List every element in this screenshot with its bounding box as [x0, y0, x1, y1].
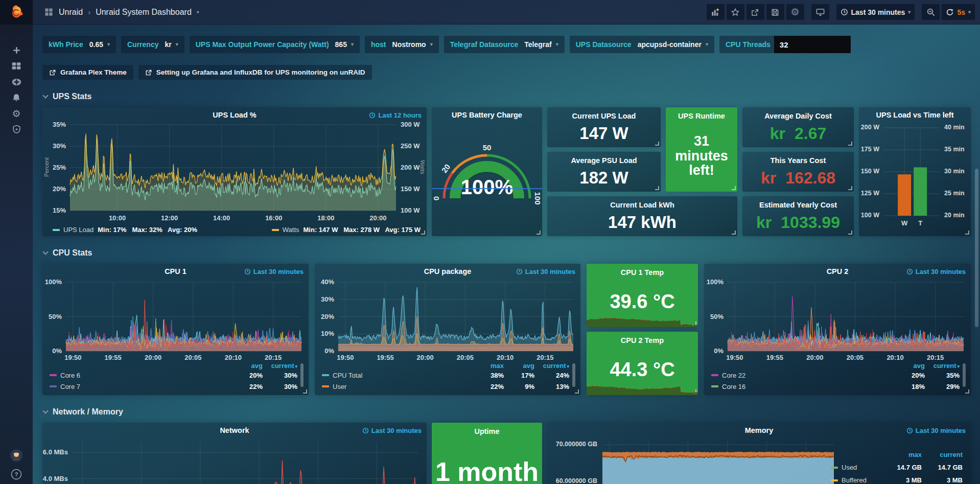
caret-down-icon[interactable]: ▾ [197, 10, 199, 15]
variable-value-dropdown[interactable]: Telegraf▾ [522, 40, 564, 49]
caret-down-icon: ▾ [968, 10, 971, 15]
breadcrumb-root[interactable]: Unraid [59, 8, 83, 17]
panel-title[interactable]: CPU 2 Temp [621, 336, 664, 344]
panel-title[interactable]: This Years Cost [771, 156, 826, 165]
user-avatar[interactable] [10, 448, 23, 463]
variable-value-dropdown[interactable]: Nostromo▾ [390, 40, 439, 49]
legend-scrollbar[interactable] [300, 363, 304, 387]
sidebar-item-alerting[interactable] [10, 93, 23, 103]
variable-label: UPS Max Output Power Capacity (Watt) [190, 40, 333, 49]
legend-series-name[interactable]: Watts [283, 226, 299, 234]
legend-series-name[interactable]: CPU Total [333, 372, 362, 379]
panel-title[interactable]: Average Daily Cost [764, 112, 832, 120]
axis-tick-label: 20:00 [138, 354, 169, 361]
panel-memory: Memory Last 30 minutes 70.000000 GB60.00… [547, 423, 971, 484]
axis-tick-label: 300 W [401, 121, 420, 128]
cycle-view-mode-button[interactable] [811, 4, 829, 20]
legend-column-header[interactable]: avg [504, 362, 534, 370]
battery-gauge[interactable]: 02050100100% [432, 122, 542, 236]
legend-scrollbar[interactable] [572, 363, 575, 387]
zoom-out-button[interactable] [922, 4, 940, 20]
variable-value-dropdown[interactable]: apcupsd-container▾ [635, 40, 714, 49]
legend-series-name[interactable]: Core 16 [722, 383, 745, 390]
cpu-threads-input[interactable] [774, 36, 851, 53]
legend-series-name[interactable]: Core 22 [722, 372, 745, 379]
apps-grid-icon [44, 7, 54, 17]
network-chart[interactable]: 6.0 MBs4.0 MBs2.0 MBs [42, 437, 427, 484]
legend-swatch [322, 374, 329, 376]
ups-load-vs-time-chart[interactable]: 200 W175 W150 W125 W100 W40 min35 min30 … [859, 122, 971, 233]
cpu1-chart[interactable]: 100%50%0%19:5019:5520:0020:0520:1020:15 [42, 278, 309, 362]
legend-series-name[interactable]: Buffered [842, 476, 867, 484]
chart-svg [42, 278, 309, 362]
variable-cpu-threads: CPU Threads [719, 36, 851, 53]
ups-load-chart[interactable]: 35%30%25%20%15%300 W250 W200 W150 W100 W… [42, 122, 427, 224]
legend-series-name[interactable]: Core 6 [60, 372, 80, 379]
legend-series-name[interactable]: Core 7 [60, 383, 80, 390]
sidebar-item-create[interactable] [10, 45, 23, 55]
legend-series-name[interactable]: Used [842, 464, 857, 471]
variable-value-dropdown[interactable]: 865▾ [333, 40, 360, 49]
caret-down-icon: ▾ [351, 42, 354, 47]
panel-average-daily-cost: Average Daily Cost kr2.67 [742, 107, 854, 147]
panel-title[interactable]: UPS Load vs Time left [859, 111, 971, 119]
legend-column-header[interactable]: avg [231, 362, 263, 370]
legend-scrollbar[interactable] [963, 363, 966, 387]
variable-value-dropdown[interactable]: kr▾ [162, 40, 184, 49]
legend-item[interactable]: UPS LoadMin: 17% Max: 32% Avg: 20% [53, 226, 197, 234]
help-button[interactable]: ? [10, 468, 23, 481]
panel-title[interactable]: CPU 1 Temp [621, 268, 664, 276]
legend-column-header[interactable]: max [880, 451, 922, 458]
breadcrumb-current[interactable]: Unraid System Dashboard [96, 8, 192, 17]
legend-column-header[interactable]: max [471, 362, 504, 370]
panel-title[interactable]: Average PSU Load [571, 156, 637, 165]
panel-time-badge: Last 30 minutes [362, 427, 422, 434]
axis-tick-label: 30 min [944, 168, 965, 175]
legend-series-name[interactable]: User [333, 383, 346, 390]
stat-value: 147 W [547, 120, 661, 147]
cpu2-chart[interactable]: 100%50%0%19:5019:5520:0020:0520:1020:15 [704, 278, 971, 362]
panel-title[interactable]: Current UPS Load [572, 112, 636, 120]
refresh-icon [946, 8, 954, 16]
share-dashboard-button[interactable] [746, 4, 764, 20]
panel-title[interactable]: UPS Runtime [678, 112, 725, 120]
axis-tick-label: 19:50 [58, 354, 88, 361]
sidebar-item-explore[interactable] [10, 77, 23, 87]
panel-title[interactable]: Estimated Yearly Cost [759, 201, 837, 209]
time-range-picker[interactable]: Last 30 minutes ▾ [836, 4, 915, 20]
dashboard-settings-button[interactable]: ⚙ [786, 4, 804, 20]
dashboard-link[interactable]: Grafana Plex Theme [42, 65, 133, 80]
add-panel-button[interactable] [707, 4, 725, 20]
variable-label: kWh Price [42, 40, 87, 49]
page-scrollbar[interactable] [975, 169, 978, 327]
section-header-network-memory[interactable]: Network / Memory [43, 406, 971, 418]
section-header-ups-stats[interactable]: UPS Stats [43, 91, 971, 102]
legend-column-header[interactable]: current [922, 451, 963, 458]
variable-value-dropdown[interactable]: 0.65▾ [87, 40, 116, 49]
sidebar-item-dashboards[interactable] [10, 61, 23, 71]
panel-title[interactable]: Uptime [474, 427, 499, 435]
panel-title[interactable]: Current Load kWh [610, 201, 674, 209]
legend-column-header[interactable]: current▾ [263, 362, 297, 370]
stat-value: 182 W [547, 165, 661, 192]
section-header-cpu-stats[interactable]: CPU Stats [43, 247, 971, 259]
legend-item[interactable]: WattsMin: 147 W Max: 278 W Avg: 175 W [272, 226, 421, 234]
panel-title[interactable]: UPS Battery Charge [432, 111, 542, 119]
cpu-package-chart[interactable]: 40%30%20%10%0%19:5019:5520:0020:0520:102… [315, 278, 580, 362]
sidebar-item-server-admin[interactable] [10, 124, 23, 134]
sidebar-item-configuration[interactable]: ⚙ [10, 108, 23, 119]
sidebar-bottom: ? [0, 448, 33, 481]
star-dashboard-button[interactable] [727, 4, 744, 20]
legend-column-header[interactable]: current▾ [534, 362, 569, 370]
legend-column-header[interactable]: current▾ [925, 362, 960, 370]
legend-column-header[interactable]: avg [893, 362, 925, 370]
dashboard-link[interactable]: Setting up Grafana and InfluxDB for UPS … [138, 65, 372, 80]
legend-series-name[interactable]: UPS Load [63, 226, 94, 234]
grafana-logo[interactable] [0, 0, 33, 25]
panel-uptime: Uptime 1 month 1 [432, 423, 542, 484]
refresh-button[interactable]: 5s ▾ [942, 4, 975, 20]
caret-down-icon: ▾ [107, 42, 110, 47]
chart-legend: UPS LoadMin: 17% Max: 32% Avg: 20%WattsM… [53, 226, 421, 234]
save-dashboard-button[interactable] [766, 4, 784, 20]
legend-header-row: avgcurrent▾ [711, 361, 960, 370]
